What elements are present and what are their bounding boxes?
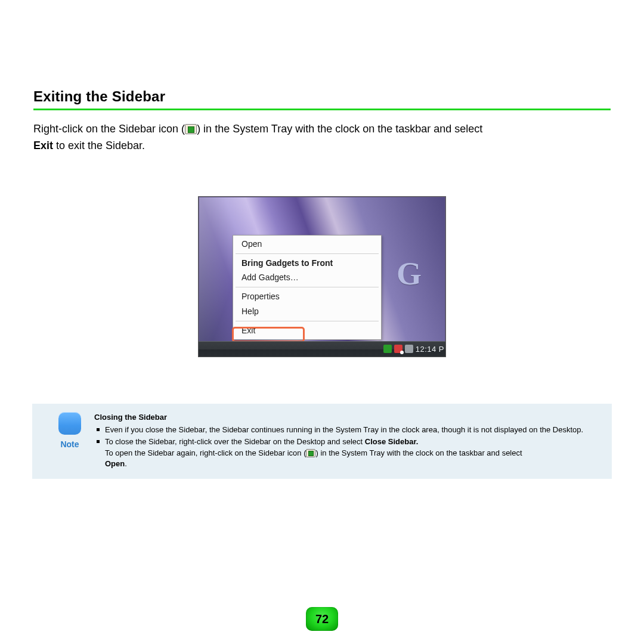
menu-separator [236,287,379,287]
note-label: Note [45,439,94,449]
note-bullet-2a: To close the Sidebar, right-click over t… [105,437,365,446]
menu-item-open[interactable]: Open [233,237,381,252]
sidebar-tray-icon [185,124,197,134]
note-sub-a: To open the Sidebar again, right-click o… [105,448,306,457]
system-tray: 12:14 P [383,342,444,357]
instruction-exit-bold: Exit [33,140,53,151]
page-number-badge: 72 [306,607,338,631]
instruction-text-2: ) in the System Tray with the clock on t… [197,123,482,135]
section-heading: Exiting the Sidebar [33,88,611,105]
menu-separator [236,253,379,254]
note-box: Note Closing the Sidebar Even if you clo… [32,404,612,479]
tray-volume-icon[interactable] [405,345,413,353]
menu-item-properties[interactable]: Properties [233,289,381,304]
tray-app-icon[interactable] [383,345,392,353]
note-sub-c: . [125,459,127,468]
context-menu: Open Bring Gadgets to Front Add Gadgets…… [233,235,382,340]
screenshot-figure: G Open Bring Gadgets to Front Add Gadget… [198,196,446,357]
taskbar: 12:14 P [199,341,445,357]
wallpaper-logo-fragment: G [397,255,422,292]
note-bullet-1: Even if you close the Sidebar, the Sideb… [94,425,601,435]
note-icon [58,412,81,435]
note-bullet-2: To close the Sidebar, right-click over t… [94,436,601,447]
note-subline: To open the Sidebar again, right-click o… [94,448,601,469]
note-bullet-2-bold: Close Sidebar. [365,437,419,446]
instruction-text-3: to exit the Sidebar. [53,140,145,151]
note-title: Closing the Sidebar [94,412,601,423]
menu-item-add-gadgets[interactable]: Add Gadgets… [233,270,381,285]
menu-item-help[interactable]: Help [233,304,381,319]
taskbar-clock: 12:14 P [416,345,444,354]
heading-underline [33,109,611,110]
note-sub-b: ) in the System Tray with the clock on t… [315,448,522,457]
sidebar-tray-icon [306,449,315,457]
instruction-paragraph: Right-click on the Sidebar icon () in th… [33,121,611,154]
menu-item-exit[interactable]: Exit [233,323,381,338]
menu-item-bring-gadgets-to-front[interactable]: Bring Gadgets to Front [233,256,381,271]
menu-separator [236,321,379,321]
instruction-text-1: Right-click on the Sidebar icon ( [33,123,185,135]
note-sub-bold: Open [105,459,125,468]
tray-network-icon[interactable] [394,345,402,353]
